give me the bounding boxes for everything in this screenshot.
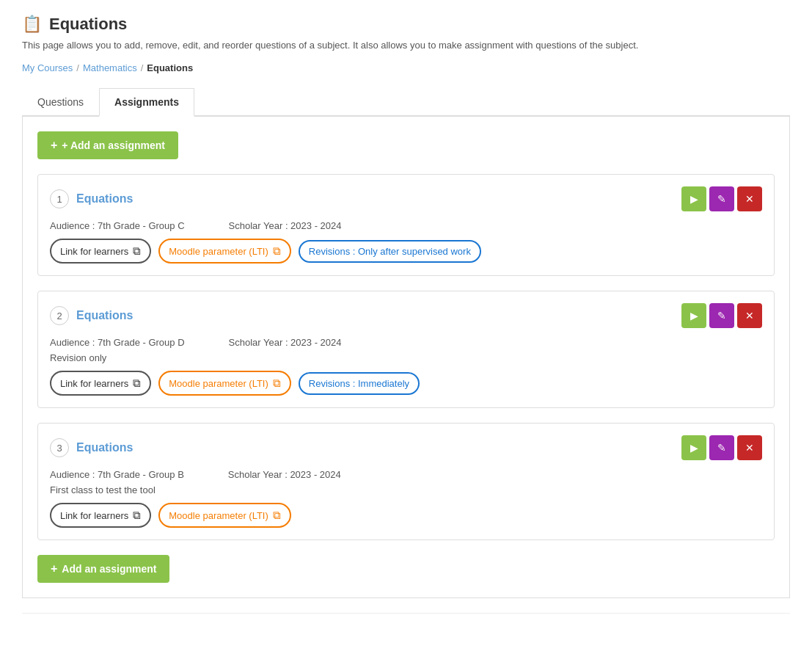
breadcrumb: My Courses / Mathematics / Equations <box>22 62 790 73</box>
breadcrumb-sep-2: / <box>141 62 144 73</box>
tag-row-1: Link for learners ⧉ Moodle parameter (LT… <box>50 239 762 264</box>
assignment-title-row-3: 3 Equations <box>50 438 133 457</box>
revisions-tag-1[interactable]: Revisions : Only after supervised work <box>299 240 481 263</box>
delete-button-3[interactable]: ✕ <box>737 435 762 460</box>
assignment-meta-3: Audience : 7th Grade - Group B Scholar Y… <box>50 469 762 480</box>
moodle-copy-icon-1: ⧉ <box>273 244 281 258</box>
plus-icon-top: + <box>51 139 57 152</box>
assignment-card-1: 1 Equations ▶ ✎ ✕ Audience : 7th Grade -… <box>37 174 775 276</box>
play-button-1[interactable]: ▶ <box>681 186 706 211</box>
tab-questions[interactable]: Questions <box>22 88 99 115</box>
scholar-year-2: Scholar Year : 2023 - 2024 <box>229 337 342 348</box>
assignment-title-row-2: 2 Equations <box>50 306 133 325</box>
add-assignment-button-bottom[interactable]: + Add an assignment <box>37 555 169 583</box>
revisions-label-1: Revisions : Only after supervised work <box>309 246 471 257</box>
page-description: This page allows you to add, remove, edi… <box>22 40 790 51</box>
copy-icon-1: ⧉ <box>133 244 141 258</box>
action-buttons-1: ▶ ✎ ✕ <box>681 186 762 211</box>
assignment-number-3: 3 <box>50 438 69 457</box>
assignment-note-2: Revision only <box>50 352 762 363</box>
copy-icon-2: ⧉ <box>133 377 141 390</box>
page-title: Equations <box>49 15 127 34</box>
link-for-learners-tag-3[interactable]: Link for learners ⧉ <box>50 503 151 528</box>
edit-button-3[interactable]: ✎ <box>709 435 734 460</box>
add-assignment-label-top: + Add an assignment <box>62 139 165 151</box>
link-for-learners-tag-2[interactable]: Link for learners ⧉ <box>50 371 151 396</box>
assignment-card-2: 2 Equations ▶ ✎ ✕ Audience : 7th Grade -… <box>37 291 775 408</box>
plus-icon-bottom: + <box>51 562 57 575</box>
add-assignment-button-top[interactable]: + + Add an assignment <box>37 131 178 159</box>
breadcrumb-sep-1: / <box>76 62 79 73</box>
page-icon: 📋 <box>22 15 42 34</box>
moodle-tag-3[interactable]: Moodle parameter (LTI) ⧉ <box>158 503 291 528</box>
scholar-year-1: Scholar Year : 2023 - 2024 <box>229 220 342 231</box>
link-for-learners-tag-1[interactable]: Link for learners ⧉ <box>50 239 151 264</box>
action-buttons-2: ▶ ✎ ✕ <box>681 303 762 328</box>
assignment-number-2: 2 <box>50 306 69 325</box>
page-header: 📋 Equations <box>22 15 790 34</box>
assignment-number-1: 1 <box>50 189 69 208</box>
edit-button-1[interactable]: ✎ <box>709 186 734 211</box>
assignment-header-1: 1 Equations ▶ ✎ ✕ <box>50 186 762 211</box>
moodle-copy-icon-3: ⧉ <box>273 509 281 522</box>
edit-button-2[interactable]: ✎ <box>709 303 734 328</box>
audience-2: Audience : 7th Grade - Group D <box>50 337 185 348</box>
assignment-header-3: 3 Equations ▶ ✎ ✕ <box>50 435 762 460</box>
add-assignment-label-bottom: Add an assignment <box>62 563 156 575</box>
assignment-title-row-1: 1 Equations <box>50 189 133 208</box>
assignment-note-3: First class to test the tool <box>50 484 762 495</box>
moodle-label-1: Moodle parameter (LTI) <box>169 246 268 257</box>
assignment-meta-2: Audience : 7th Grade - Group D Scholar Y… <box>50 337 762 348</box>
tab-assignments[interactable]: Assignments <box>99 88 194 117</box>
moodle-tag-2[interactable]: Moodle parameter (LTI) ⧉ <box>158 371 291 396</box>
link-label-1: Link for learners <box>60 246 128 257</box>
assignment-title-1: Equations <box>76 192 133 206</box>
revisions-tag-2[interactable]: Revisions : Immediately <box>299 372 420 395</box>
tag-row-2: Link for learners ⧉ Moodle parameter (LT… <box>50 371 762 396</box>
assignment-card-3: 3 Equations ▶ ✎ ✕ Audience : 7th Grade -… <box>37 423 775 540</box>
assignment-header-2: 2 Equations ▶ ✎ ✕ <box>50 303 762 328</box>
breadcrumb-my-courses[interactable]: My Courses <box>22 62 73 73</box>
page-divider <box>22 613 790 614</box>
assignment-title-2: Equations <box>76 309 133 322</box>
scholar-year-3: Scholar Year : 2023 - 2024 <box>228 469 341 480</box>
tabs: Questions Assignments <box>22 88 790 117</box>
moodle-label-2: Moodle parameter (LTI) <box>169 378 268 389</box>
revisions-label-2: Revisions : Immediately <box>309 378 409 389</box>
link-label-2: Link for learners <box>60 378 128 389</box>
breadcrumb-mathematics[interactable]: Mathematics <box>83 62 137 73</box>
assignment-meta-1: Audience : 7th Grade - Group C Scholar Y… <box>50 220 762 231</box>
bottom-add-area: + Add an assignment <box>37 555 775 583</box>
breadcrumb-current: Equations <box>147 62 193 73</box>
content-area: + + Add an assignment 1 Equations ▶ ✎ ✕ … <box>22 117 790 598</box>
play-button-3[interactable]: ▶ <box>681 435 706 460</box>
audience-3: Audience : 7th Grade - Group B <box>50 469 184 480</box>
play-button-2[interactable]: ▶ <box>681 303 706 328</box>
audience-1: Audience : 7th Grade - Group C <box>50 220 185 231</box>
moodle-copy-icon-2: ⧉ <box>273 377 281 390</box>
copy-icon-3: ⧉ <box>133 509 141 522</box>
moodle-label-3: Moodle parameter (LTI) <box>169 510 268 521</box>
delete-button-1[interactable]: ✕ <box>737 186 762 211</box>
tag-row-3: Link for learners ⧉ Moodle parameter (LT… <box>50 503 762 528</box>
assignment-title-3: Equations <box>76 441 133 454</box>
delete-button-2[interactable]: ✕ <box>737 303 762 328</box>
action-buttons-3: ▶ ✎ ✕ <box>681 435 762 460</box>
link-label-3: Link for learners <box>60 510 128 521</box>
moodle-tag-1[interactable]: Moodle parameter (LTI) ⧉ <box>158 239 291 264</box>
